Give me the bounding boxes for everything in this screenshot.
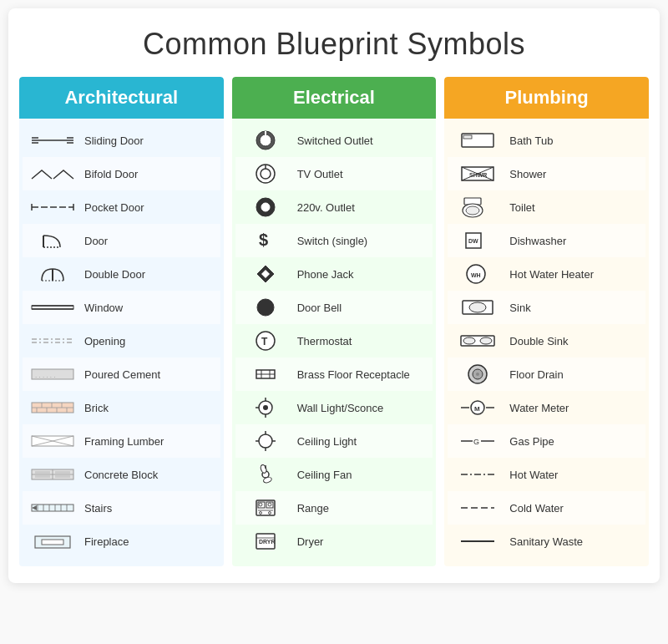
svg-point-106 — [469, 302, 486, 312]
thermostat-label: Thermostat — [297, 335, 428, 347]
list-item: Door — [23, 224, 220, 257]
svg-point-87 — [259, 512, 261, 515]
svg-rect-34 — [35, 471, 50, 474]
plumb-header: Plumbing — [444, 77, 649, 119]
svg-point-59 — [257, 299, 274, 316]
svg-text:$: $ — [259, 231, 268, 249]
list-item: Floor Drain — [448, 357, 645, 391]
svg-point-108 — [463, 337, 475, 344]
sink-label: Sink — [509, 302, 640, 314]
svg-point-85 — [268, 503, 271, 506]
list-item: Sliding Door — [23, 124, 220, 157]
svg-point-112 — [476, 373, 479, 376]
svg-point-70 — [263, 405, 268, 410]
ceiling-fan-label: Ceiling Fan — [297, 469, 428, 481]
svg-rect-37 — [55, 475, 70, 478]
list-item: Opening — [23, 324, 220, 357]
list-item: Ceiling Light — [235, 424, 433, 458]
switched-outlet-label: Switched Outlet — [297, 134, 428, 147]
phone-jack-icon — [240, 261, 291, 287]
cold-water-line-icon — [453, 495, 503, 520]
svg-point-71 — [259, 434, 272, 448]
water-meter-label: Water Meter — [509, 402, 640, 414]
list-item: Door Bell — [235, 291, 433, 324]
framing-lumber-label: Framing Lumber — [84, 435, 215, 448]
svg-point-84 — [259, 503, 262, 506]
hot-water-line-icon — [453, 462, 503, 487]
door-bell-label: Door Bell — [297, 302, 428, 314]
ceiling-light-icon — [240, 428, 291, 454]
list-item: Toilet — [448, 190, 645, 224]
svg-point-88 — [268, 512, 271, 515]
fireplace-label: Fireplace — [84, 535, 215, 548]
svg-point-109 — [480, 337, 492, 344]
phone-jack-label: Phone Jack — [297, 268, 428, 281]
bifold-door-label: Bifold Door — [84, 168, 215, 180]
svg-text:G: G — [473, 438, 479, 446]
svg-rect-93 — [463, 135, 472, 139]
list-item: Double Door — [23, 257, 220, 291]
thermostat-icon: T — [240, 328, 291, 353]
svg-point-55 — [261, 203, 270, 211]
bifold-door-icon — [28, 161, 78, 186]
bath-tub-icon — [453, 128, 503, 153]
dryer-icon: DRYR — [240, 529, 291, 554]
arch-header: Architectural — [19, 77, 224, 119]
ceiling-fan-icon — [240, 462, 291, 487]
list-item: TV Outlet — [235, 157, 433, 190]
shower-label: Shower — [509, 168, 640, 180]
list-item: $ Switch (single) — [235, 224, 433, 257]
svg-point-100 — [466, 206, 479, 215]
sanitary-waste-label: Sanitary Waste — [509, 535, 640, 548]
window-label: Window — [84, 302, 215, 314]
floor-drain-label: Floor Drain — [509, 368, 640, 381]
svg-text:DRYR: DRYR — [259, 539, 276, 545]
double-door-icon — [28, 261, 78, 287]
toilet-label: Toilet — [509, 201, 640, 214]
svg-point-79 — [260, 464, 267, 474]
list-item: M Water Meter — [448, 391, 645, 424]
poured-cement-label: Poured Cement — [84, 368, 215, 381]
list-item: Range — [235, 491, 433, 525]
list-item: Framing Lumber — [23, 424, 220, 458]
list-item: Pocket Door — [23, 190, 220, 224]
list-item: Brass Floor Receptacle — [235, 357, 433, 391]
toilet-icon — [453, 195, 503, 220]
svg-text:M: M — [474, 405, 480, 413]
tv-outlet-label: TV Outlet — [297, 168, 428, 180]
wall-light-label: Wall Light/Sconce — [297, 402, 428, 414]
list-item: Brick — [23, 391, 220, 424]
column-architectural: Architectural Sliding Door — [19, 77, 224, 566]
sliding-door-icon — [28, 128, 78, 153]
column-electrical: Electrical Switched Outlet — [232, 77, 437, 566]
page-container: Common Blueprint Symbols Architectural — [8, 8, 660, 583]
svg-point-49 — [260, 134, 271, 146]
svg-rect-36 — [35, 475, 50, 478]
elec-body: Switched Outlet TV Outlet — [232, 119, 437, 566]
fireplace-icon — [28, 529, 78, 554]
svg-point-52 — [261, 169, 271, 179]
list-item: G Gas Pipe — [448, 424, 645, 458]
double-door-label: Double Door — [84, 268, 215, 281]
list-item: Bifold Door — [23, 157, 220, 190]
ceiling-light-label: Ceiling Light — [297, 435, 428, 448]
list-item: SHWR Shower — [448, 157, 645, 190]
list-item: 220v. Outlet — [235, 190, 433, 224]
shower-icon: SHWR — [453, 161, 503, 186]
brick-label: Brick — [84, 402, 215, 414]
svg-rect-35 — [55, 471, 70, 474]
list-item: Ceiling Fan — [235, 458, 433, 491]
pocket-door-icon — [28, 195, 78, 220]
dryer-label: Dryer — [297, 535, 428, 548]
list-item: Phone Jack — [235, 257, 433, 291]
brick-icon — [28, 395, 78, 420]
range-label: Range — [297, 502, 428, 515]
hot-water-heater-icon: WH — [453, 261, 503, 287]
svg-rect-47 — [42, 540, 63, 545]
list-item: Hot Water — [448, 458, 645, 491]
svg-text:. . . . . .: . . . . . . — [35, 372, 55, 379]
list-item: Bath Tub — [448, 124, 645, 157]
pocket-door-label: Pocket Door — [84, 201, 215, 214]
brass-floor-receptacle-icon — [240, 362, 291, 387]
double-sink-label: Double Sink — [509, 335, 640, 347]
